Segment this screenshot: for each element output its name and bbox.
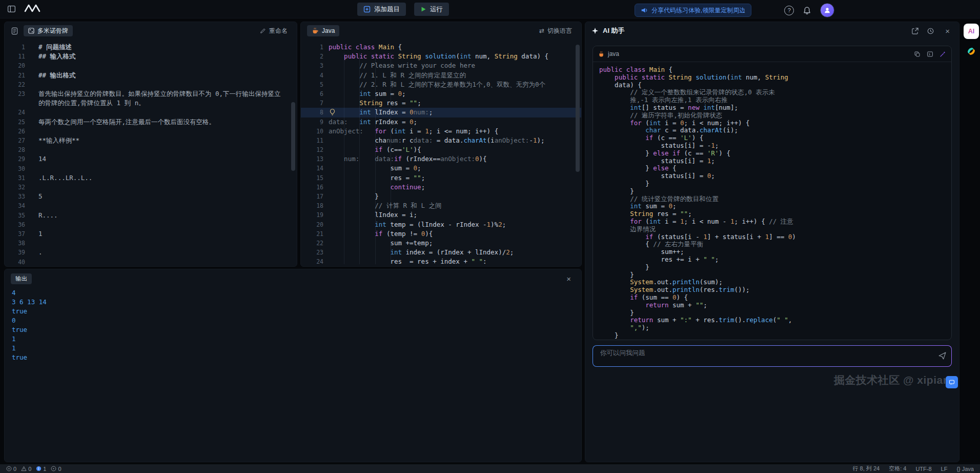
code-line[interactable]: 6 int sum = 0;: [301, 89, 581, 98]
switch-language-button[interactable]: ⇄ 切换语言: [536, 26, 575, 36]
problem-line[interactable]: 34: [5, 201, 297, 210]
problem-line[interactable]: 35R....: [5, 211, 297, 220]
code-line[interactable]: 3 // Please write your code here: [301, 61, 581, 70]
code-line[interactable]: 24 res = res + index + " ":: [301, 257, 581, 266]
ai-code-line: }: [599, 188, 945, 195]
code-line[interactable]: 20 int temp = (lIndex - rIndex -1)%2;: [301, 220, 581, 229]
sidebar-toggle-button[interactable]: [6, 4, 17, 14]
problem-line[interactable]: 32: [5, 183, 297, 192]
problem-line[interactable]: 28: [5, 145, 297, 154]
problem-line[interactable]: 11## 输入格式: [5, 52, 297, 61]
cursor-position[interactable]: 行 8, 列 24: [853, 465, 880, 472]
problem-line[interactable]: 31.L.R...LR..L..: [5, 173, 297, 183]
problem-text: 14: [38, 154, 297, 164]
help-icon[interactable]: ?: [784, 6, 794, 15]
export-icon[interactable]: [911, 27, 919, 35]
code-line[interactable]: 8 int lIndex = 0num:;: [301, 108, 581, 117]
problem-line[interactable]: 20: [5, 61, 297, 70]
problem-list-icon[interactable]: [11, 27, 18, 35]
add-problem-button[interactable]: 添加题目: [357, 3, 406, 16]
problem-line[interactable]: 371: [5, 229, 297, 239]
bell-icon[interactable]: [803, 6, 811, 15]
tab-output[interactable]: 输出: [11, 273, 32, 284]
scrollbar-thumb[interactable]: [291, 102, 295, 171]
problem-line[interactable]: 23首先输出保持竖立的骨牌数目。如果保持竖立的骨牌数目不为 0,下一行输出保持竖…: [5, 89, 297, 108]
code-line[interactable]: 4 // 1. L 和 R 之间的肯定是竖立的: [301, 71, 581, 80]
copy-icon[interactable]: [914, 51, 921, 57]
feedback-float-button[interactable]: [946, 376, 958, 388]
close-ai-icon[interactable]: ×: [942, 27, 953, 35]
code-line[interactable]: 5 // 2. R 和 L 之间的下标之差单数为1个,0、双数、无穷为0个: [301, 80, 581, 89]
indentation-setting[interactable]: 空格: 4: [889, 465, 906, 472]
ai-code-line: sum++;: [599, 248, 945, 256]
problem-line[interactable]: 36: [5, 220, 297, 229]
code-line[interactable]: 13 num: data:if (rIndex==anObject:0){: [301, 154, 581, 164]
code-line[interactable]: 9data: int rIndex = 0;: [301, 117, 581, 127]
scrollbar-thumb[interactable]: [576, 45, 580, 172]
problem-line[interactable]: 25每两个数之间用一个空格隔开,注意最后一个数后面没有空格。: [5, 117, 297, 127]
run-button[interactable]: 运行: [414, 3, 449, 16]
code-line[interactable]: 23 int index = (rIndex + lIndex)/2;: [301, 248, 581, 257]
code-line[interactable]: 2 public static String solution(int num,…: [301, 52, 581, 61]
app-root: 添加题目 运行 分享代码练习体验,领限量定制周边 ?: [0, 0, 980, 473]
rename-button[interactable]: 重命名: [256, 26, 291, 36]
send-icon[interactable]: [938, 351, 947, 362]
code-line[interactable]: 19 lIndex = i;: [301, 210, 581, 220]
practice-rail-button[interactable]: [965, 45, 977, 59]
problem-line[interactable]: 24: [5, 108, 297, 117]
code-line[interactable]: 15 res = "";: [301, 173, 581, 183]
lightbulb-icon[interactable]: [329, 109, 336, 118]
code-line[interactable]: 22 sum +=temp;: [301, 239, 581, 248]
error-count[interactable]: 0: [6, 466, 16, 472]
promo-banner[interactable]: 分享代码练习体验,领限量定制周边: [635, 4, 751, 17]
ai-question-input[interactable]: [599, 349, 932, 357]
code-line[interactable]: 10anObject: for (int i = 1; i <= num; i+…: [301, 127, 581, 136]
ai-rail-button[interactable]: AI: [964, 24, 979, 39]
insert-code-icon[interactable]: [927, 51, 933, 57]
problem-line[interactable]: 39.: [5, 248, 297, 257]
code-line[interactable]: 21 if (temp != 0){: [301, 229, 581, 239]
language-mode[interactable]: {} Java: [956, 466, 974, 472]
language-label: Java: [962, 466, 974, 472]
problem-line[interactable]: 335: [5, 192, 297, 201]
hint-count[interactable]: 0: [51, 466, 61, 472]
info-count[interactable]: 1: [36, 466, 46, 472]
code-text: // 1. L 和 R 之间的肯定是竖立的: [323, 71, 466, 80]
problem-title-chip[interactable]: 多米诺骨牌: [24, 25, 73, 36]
warning-count[interactable]: 0: [21, 466, 31, 472]
encoding-setting[interactable]: UTF-8: [915, 466, 931, 472]
magic-wand-icon[interactable]: [940, 51, 946, 57]
problem-line[interactable]: 40: [5, 258, 297, 267]
code-line[interactable]: 11 chanum:r cdata: = data.charAt(ianObje…: [301, 136, 581, 145]
ai-code-line: char c = data.charAt(i);: [599, 127, 945, 134]
eol-setting[interactable]: LF: [941, 466, 948, 472]
problem-text: ## 输出格式: [38, 71, 297, 80]
close-output-icon[interactable]: ×: [563, 274, 574, 283]
history-icon[interactable]: [927, 27, 934, 35]
line-number: 17: [301, 192, 323, 201]
problem-line[interactable]: 22: [5, 80, 297, 89]
problem-line[interactable]: 27**输入样例**: [5, 136, 297, 145]
problem-line[interactable]: 26: [5, 127, 297, 136]
problem-line[interactable]: 1# 问题描述: [5, 43, 297, 52]
code-line[interactable]: 7 String res = "";: [301, 98, 581, 108]
code-line[interactable]: 16 continue;: [301, 183, 581, 192]
output-line: 0: [12, 316, 581, 325]
problem-line[interactable]: 21## 输出格式: [5, 71, 297, 80]
problem-line[interactable]: 2914: [5, 154, 297, 164]
ai-input-box[interactable]: [593, 345, 952, 367]
code-line[interactable]: 18 // 计算 R 和 L 之间: [301, 201, 581, 210]
ai-assistant-panel: AI 助手 × java: [585, 22, 959, 462]
line-number: 28: [5, 145, 27, 154]
problem-line[interactable]: 30: [5, 164, 297, 173]
ai-code-line: // 统计竖立骨牌的数目和位置: [599, 195, 945, 203]
line-number: 23: [5, 89, 27, 108]
problem-line[interactable]: 38: [5, 239, 297, 248]
code-line[interactable]: 17 }: [301, 192, 581, 201]
ai-code-line: } else {: [599, 165, 945, 172]
code-line[interactable]: 14 sum = 0;: [301, 164, 581, 173]
code-line[interactable]: 1public class Main {: [301, 43, 581, 52]
tab-java[interactable]: Java: [307, 25, 339, 36]
avatar[interactable]: [820, 3, 834, 17]
code-line[interactable]: 12 if (c=='L'){: [301, 145, 581, 154]
